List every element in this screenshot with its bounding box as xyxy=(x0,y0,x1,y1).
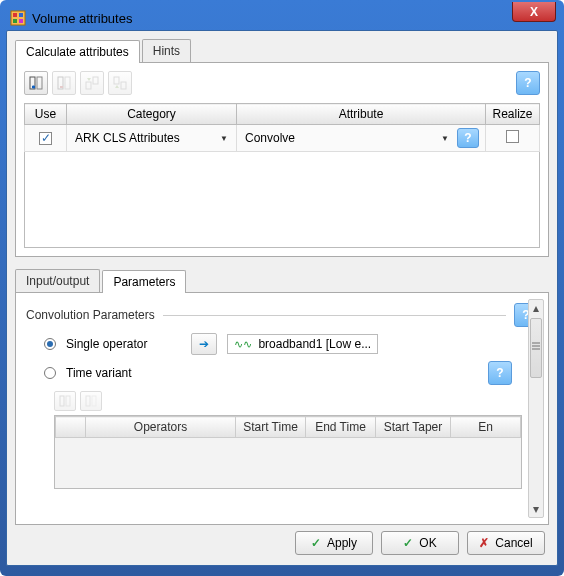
grip-line xyxy=(532,342,540,344)
waveform-icon: ∿∿ xyxy=(234,338,252,351)
pick-operator-button[interactable]: ➔ xyxy=(191,333,217,355)
realize-checkbox[interactable] xyxy=(506,130,519,143)
apply-label: Apply xyxy=(327,536,357,550)
ops-col-end-taper[interactable]: En xyxy=(451,417,521,438)
ops-add-button[interactable] xyxy=(54,391,76,411)
calculate-panel: ? Use Category Attribute Realize ✓ xyxy=(15,63,549,257)
grip-line xyxy=(532,345,540,347)
ops-col-operators[interactable]: Operators xyxy=(86,417,236,438)
ops-remove-button[interactable] xyxy=(80,391,102,411)
move-down-icon xyxy=(113,76,127,90)
help-icon: ? xyxy=(524,76,531,90)
sub-tabs: Input/output Parameters xyxy=(15,269,549,293)
time-variant-radio[interactable] xyxy=(44,367,56,379)
tab-label: Input/output xyxy=(26,274,89,288)
scroll-up-arrow[interactable]: ▴ xyxy=(529,300,543,316)
help-icon: ? xyxy=(496,366,503,380)
add-column-icon xyxy=(59,395,71,407)
attributes-table-body xyxy=(24,152,540,248)
move-up-icon xyxy=(85,76,99,90)
table-row: ✓ ARK CLS Attributes ▼ Convolve xyxy=(25,125,540,152)
window-title: Volume attributes xyxy=(32,11,132,26)
time-variant-label: Time variant xyxy=(66,366,132,380)
ops-col-blank[interactable] xyxy=(56,417,86,438)
time-variant-help-button[interactable]: ? xyxy=(488,361,512,385)
category-value: ARK CLS Attributes xyxy=(75,131,180,145)
time-variant-row: Time variant ? xyxy=(44,361,538,385)
attributes-table: Use Category Attribute Realize ✓ ARK CLS xyxy=(24,103,540,152)
chevron-down-icon: ▾ xyxy=(533,502,539,516)
check-icon: ✓ xyxy=(403,536,413,550)
scroll-thumb[interactable] xyxy=(530,318,542,378)
cancel-label: Cancel xyxy=(495,536,532,550)
panel-scrollbar[interactable]: ▴ ▾ xyxy=(528,299,544,518)
single-operator-label: Single operator xyxy=(66,337,147,351)
table-header-row: Use Category Attribute Realize xyxy=(25,104,540,125)
grip-line xyxy=(532,348,540,350)
remove-column-icon xyxy=(85,395,97,407)
add-column-icon xyxy=(29,76,43,90)
svg-rect-10 xyxy=(65,77,70,89)
tab-label: Hints xyxy=(153,44,180,58)
col-category[interactable]: Category xyxy=(67,104,237,125)
app-icon xyxy=(10,10,26,26)
ops-col-end-time[interactable]: End Time xyxy=(306,417,376,438)
x-icon: ✗ xyxy=(479,536,489,550)
single-operator-radio[interactable] xyxy=(44,338,56,350)
svg-rect-6 xyxy=(37,77,42,89)
apply-button[interactable]: ✓ Apply xyxy=(295,531,373,555)
close-button[interactable]: X xyxy=(512,2,556,22)
move-down-button[interactable] xyxy=(108,71,132,95)
help-icon: ? xyxy=(464,131,471,145)
client-area: Calculate attributes Hints ? Use Categor… xyxy=(6,30,558,566)
dialog-buttons: ✓ Apply ✓ OK ✗ Cancel xyxy=(295,531,545,555)
scroll-down-arrow[interactable]: ▾ xyxy=(529,501,543,517)
svg-rect-14 xyxy=(114,77,119,84)
group-title: Convolution Parameters xyxy=(26,308,155,322)
ops-header-row: Operators Start Time End Time Start Tape… xyxy=(56,417,521,438)
divider xyxy=(163,315,506,316)
attribute-value: Convolve xyxy=(245,131,295,145)
ops-col-start-taper[interactable]: Start Taper xyxy=(376,417,451,438)
svg-rect-12 xyxy=(86,82,91,89)
tab-parameters[interactable]: Parameters xyxy=(102,270,186,293)
add-row-button[interactable] xyxy=(24,71,48,95)
help-button[interactable]: ? xyxy=(516,71,540,95)
ops-col-start-time[interactable]: Start Time xyxy=(236,417,306,438)
ok-label: OK xyxy=(419,536,436,550)
single-operator-row: Single operator ➔ ∿∿ broadband1 [Low e..… xyxy=(44,333,538,355)
check-icon: ✓ xyxy=(311,536,321,550)
svg-rect-16 xyxy=(60,396,64,406)
svg-rect-19 xyxy=(92,396,96,406)
attribute-help-button[interactable]: ? xyxy=(457,128,479,148)
svg-rect-1 xyxy=(13,13,17,17)
col-realize[interactable]: Realize xyxy=(486,104,540,125)
window-frame: Volume attributes X Calculate attributes… xyxy=(0,0,564,576)
tab-label: Calculate attributes xyxy=(26,45,129,59)
svg-rect-2 xyxy=(19,13,23,17)
attribute-dropdown[interactable]: Convolve ▼ xyxy=(243,131,451,145)
titlebar[interactable]: Volume attributes X xyxy=(6,6,558,30)
category-dropdown[interactable]: ARK CLS Attributes ▼ xyxy=(73,131,230,145)
close-icon: X xyxy=(530,5,538,19)
col-attribute[interactable]: Attribute xyxy=(237,104,486,125)
svg-rect-13 xyxy=(93,77,98,84)
svg-rect-18 xyxy=(86,396,90,406)
tab-calculate-attributes[interactable]: Calculate attributes xyxy=(15,40,140,63)
convolution-group-label: Convolution Parameters ? xyxy=(26,303,538,327)
operator-display[interactable]: ∿∿ broadband1 [Low e... xyxy=(227,334,378,354)
tab-input-output[interactable]: Input/output xyxy=(15,269,100,292)
tab-label: Parameters xyxy=(113,275,175,289)
chevron-down-icon: ▼ xyxy=(220,134,228,143)
operators-table: Operators Start Time End Time Start Tape… xyxy=(54,415,522,489)
cancel-button[interactable]: ✗ Cancel xyxy=(467,531,545,555)
remove-row-button[interactable] xyxy=(52,71,76,95)
svg-rect-15 xyxy=(121,82,126,89)
move-up-button[interactable] xyxy=(80,71,104,95)
ok-button[interactable]: ✓ OK xyxy=(381,531,459,555)
col-use[interactable]: Use xyxy=(25,104,67,125)
arrow-right-icon: ➔ xyxy=(199,337,209,351)
use-checkbox[interactable]: ✓ xyxy=(39,132,52,145)
svg-rect-4 xyxy=(19,19,23,23)
tab-hints[interactable]: Hints xyxy=(142,39,191,62)
